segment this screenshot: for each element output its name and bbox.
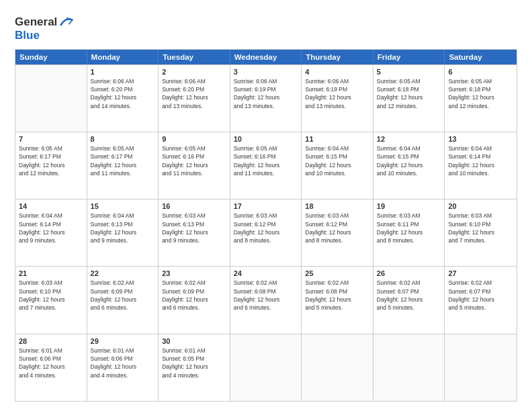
day-cell-8: 8Sunrise: 6:05 AM Sunset: 6:17 PM Daylig… <box>87 132 159 199</box>
header-day-friday: Friday <box>373 50 445 64</box>
header: General Blue <box>15 12 517 42</box>
day-number: 26 <box>377 269 441 277</box>
day-cell-10: 10Sunrise: 6:05 AM Sunset: 6:16 PM Dayli… <box>230 132 302 199</box>
day-cell-24: 24Sunrise: 6:02 AM Sunset: 6:08 PM Dayli… <box>230 267 302 333</box>
day-info: Sunrise: 6:01 AM Sunset: 6:05 PM Dayligh… <box>162 347 226 379</box>
day-cell-28: 28Sunrise: 6:01 AM Sunset: 6:06 PM Dayli… <box>15 334 87 401</box>
day-cell-16: 16Sunrise: 6:03 AM Sunset: 6:13 PM Dayli… <box>159 199 230 266</box>
day-cell-3: 3Sunrise: 6:06 AM Sunset: 6:19 PM Daylig… <box>230 65 302 132</box>
day-cell-4: 4Sunrise: 6:06 AM Sunset: 6:19 PM Daylig… <box>302 65 373 132</box>
day-cell-15: 15Sunrise: 6:04 AM Sunset: 6:13 PM Dayli… <box>87 199 159 266</box>
header-day-tuesday: Tuesday <box>159 50 230 64</box>
day-info: Sunrise: 6:04 AM Sunset: 6:13 PM Dayligh… <box>91 212 155 244</box>
calendar-row-4: 21Sunrise: 6:03 AM Sunset: 6:10 PM Dayli… <box>15 266 517 333</box>
day-cell-30: 30Sunrise: 6:01 AM Sunset: 6:05 PM Dayli… <box>159 334 230 401</box>
header-day-wednesday: Wednesday <box>230 50 302 64</box>
day-cell-5: 5Sunrise: 6:05 AM Sunset: 6:18 PM Daylig… <box>373 65 445 132</box>
calendar: SundayMondayTuesdayWednesdayThursdayFrid… <box>15 49 517 402</box>
day-cell-1: 1Sunrise: 6:06 AM Sunset: 6:20 PM Daylig… <box>87 65 159 132</box>
day-cell-7: 7Sunrise: 6:05 AM Sunset: 6:17 PM Daylig… <box>15 132 87 199</box>
day-cell-20: 20Sunrise: 6:03 AM Sunset: 6:10 PM Dayli… <box>445 199 517 266</box>
day-number: 25 <box>305 269 369 277</box>
page: General Blue SundayMondayTuesdayWednesda… <box>0 0 532 411</box>
day-cell-23: 23Sunrise: 6:02 AM Sunset: 6:09 PM Dayli… <box>159 267 230 333</box>
day-number: 20 <box>448 202 513 210</box>
day-info: Sunrise: 6:03 AM Sunset: 6:13 PM Dayligh… <box>162 212 226 244</box>
day-info: Sunrise: 6:01 AM Sunset: 6:06 PM Dayligh… <box>19 347 83 379</box>
day-cell-29: 29Sunrise: 6:01 AM Sunset: 6:06 PM Dayli… <box>87 334 159 401</box>
day-number: 2 <box>162 68 226 76</box>
day-number: 23 <box>162 269 226 277</box>
day-cell-11: 11Sunrise: 6:04 AM Sunset: 6:15 PM Dayli… <box>302 132 373 199</box>
day-info: Sunrise: 6:01 AM Sunset: 6:06 PM Dayligh… <box>91 347 155 379</box>
day-info: Sunrise: 6:05 AM Sunset: 6:16 PM Dayligh… <box>234 144 298 177</box>
day-info: Sunrise: 6:03 AM Sunset: 6:11 PM Dayligh… <box>377 212 441 244</box>
day-info: Sunrise: 6:04 AM Sunset: 6:14 PM Dayligh… <box>448 144 513 177</box>
day-cell-18: 18Sunrise: 6:03 AM Sunset: 6:12 PM Dayli… <box>302 199 373 266</box>
day-info: Sunrise: 6:05 AM Sunset: 6:18 PM Dayligh… <box>448 77 513 110</box>
day-cell-empty-4-3 <box>230 334 302 401</box>
header-day-sunday: Sunday <box>15 50 87 64</box>
day-info: Sunrise: 6:02 AM Sunset: 6:07 PM Dayligh… <box>377 279 441 312</box>
logo: General Blue <box>15 15 73 42</box>
day-number: 18 <box>305 202 369 210</box>
day-info: Sunrise: 6:02 AM Sunset: 6:09 PM Dayligh… <box>91 279 155 312</box>
day-cell-2: 2Sunrise: 6:06 AM Sunset: 6:20 PM Daylig… <box>159 65 230 132</box>
day-number: 13 <box>448 135 513 143</box>
day-number: 16 <box>162 202 226 210</box>
day-info: Sunrise: 6:03 AM Sunset: 6:10 PM Dayligh… <box>448 212 513 244</box>
day-info: Sunrise: 6:02 AM Sunset: 6:07 PM Dayligh… <box>448 279 513 312</box>
header-day-thursday: Thursday <box>302 50 373 64</box>
day-cell-9: 9Sunrise: 6:05 AM Sunset: 6:16 PM Daylig… <box>159 132 230 199</box>
day-info: Sunrise: 6:04 AM Sunset: 6:15 PM Dayligh… <box>377 144 441 177</box>
header-day-monday: Monday <box>87 50 159 64</box>
day-number: 5 <box>377 68 441 76</box>
day-info: Sunrise: 6:03 AM Sunset: 6:10 PM Dayligh… <box>19 279 83 312</box>
day-cell-26: 26Sunrise: 6:02 AM Sunset: 6:07 PM Dayli… <box>373 267 445 333</box>
day-number: 29 <box>91 337 155 345</box>
header-day-saturday: Saturday <box>445 50 517 64</box>
day-number: 9 <box>162 135 226 143</box>
day-number: 10 <box>234 135 298 143</box>
day-number: 17 <box>234 202 298 210</box>
day-cell-empty-4-5 <box>373 334 445 401</box>
day-info: Sunrise: 6:06 AM Sunset: 6:20 PM Dayligh… <box>162 77 226 110</box>
day-cell-25: 25Sunrise: 6:02 AM Sunset: 6:08 PM Dayli… <box>302 267 373 333</box>
day-cell-empty-4-4 <box>302 334 373 401</box>
day-cell-12: 12Sunrise: 6:04 AM Sunset: 6:15 PM Dayli… <box>373 132 445 199</box>
day-cell-19: 19Sunrise: 6:03 AM Sunset: 6:11 PM Dayli… <box>373 199 445 266</box>
day-info: Sunrise: 6:05 AM Sunset: 6:16 PM Dayligh… <box>162 144 226 177</box>
logo-text-general: General <box>15 16 57 29</box>
day-info: Sunrise: 6:05 AM Sunset: 6:17 PM Dayligh… <box>19 144 83 177</box>
day-number: 11 <box>305 135 369 143</box>
day-info: Sunrise: 6:04 AM Sunset: 6:15 PM Dayligh… <box>305 144 369 177</box>
day-info: Sunrise: 6:06 AM Sunset: 6:19 PM Dayligh… <box>305 77 369 110</box>
day-number: 6 <box>448 68 513 76</box>
day-info: Sunrise: 6:04 AM Sunset: 6:14 PM Dayligh… <box>19 212 83 244</box>
day-info: Sunrise: 6:05 AM Sunset: 6:17 PM Dayligh… <box>91 144 155 177</box>
day-number: 27 <box>448 269 513 277</box>
calendar-row-3: 14Sunrise: 6:04 AM Sunset: 6:14 PM Dayli… <box>15 199 517 266</box>
calendar-header: SundayMondayTuesdayWednesdayThursdayFrid… <box>15 50 517 64</box>
day-info: Sunrise: 6:06 AM Sunset: 6:19 PM Dayligh… <box>234 77 298 110</box>
day-number: 22 <box>91 269 155 277</box>
day-cell-27: 27Sunrise: 6:02 AM Sunset: 6:07 PM Dayli… <box>445 267 517 333</box>
calendar-body: 1Sunrise: 6:06 AM Sunset: 6:20 PM Daylig… <box>15 64 517 401</box>
day-cell-22: 22Sunrise: 6:02 AM Sunset: 6:09 PM Dayli… <box>87 267 159 333</box>
day-number: 21 <box>19 269 83 277</box>
day-info: Sunrise: 6:03 AM Sunset: 6:12 PM Dayligh… <box>234 212 298 244</box>
day-cell-17: 17Sunrise: 6:03 AM Sunset: 6:12 PM Dayli… <box>230 199 302 266</box>
day-cell-6: 6Sunrise: 6:05 AM Sunset: 6:18 PM Daylig… <box>445 65 517 132</box>
day-cell-13: 13Sunrise: 6:04 AM Sunset: 6:14 PM Dayli… <box>445 132 517 199</box>
calendar-row-5: 28Sunrise: 6:01 AM Sunset: 6:06 PM Dayli… <box>15 334 517 401</box>
day-number: 15 <box>91 202 155 210</box>
day-number: 28 <box>19 337 83 345</box>
day-number: 24 <box>234 269 298 277</box>
day-number: 30 <box>162 337 226 345</box>
day-info: Sunrise: 6:02 AM Sunset: 6:08 PM Dayligh… <box>234 279 298 312</box>
calendar-row-1: 1Sunrise: 6:06 AM Sunset: 6:20 PM Daylig… <box>15 64 517 132</box>
day-info: Sunrise: 6:02 AM Sunset: 6:09 PM Dayligh… <box>162 279 226 312</box>
day-number: 3 <box>234 68 298 76</box>
day-info: Sunrise: 6:06 AM Sunset: 6:20 PM Dayligh… <box>91 77 155 110</box>
day-number: 12 <box>377 135 441 143</box>
